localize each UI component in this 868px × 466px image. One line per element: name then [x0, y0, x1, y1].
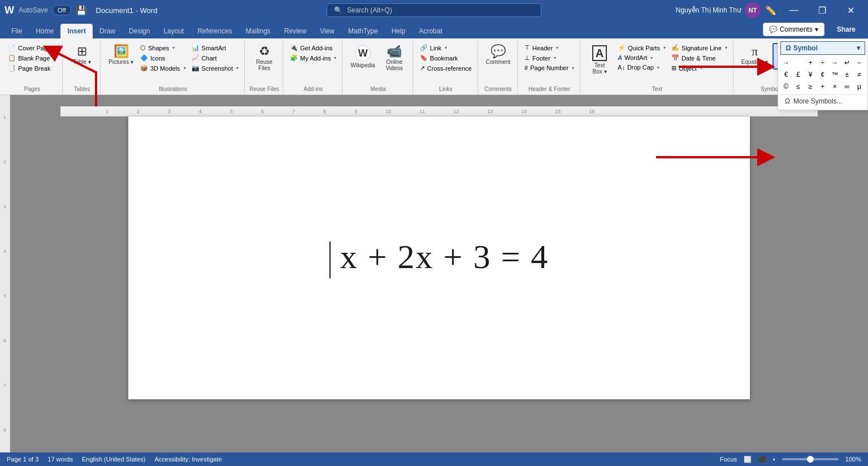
online-videos-button[interactable]: 📹 OnlineVideos: [380, 43, 409, 74]
reuse-files-icon: ♻: [259, 45, 270, 58]
quick-parts-icon: ⚡: [618, 44, 626, 51]
comments-button[interactable]: 💬 Comments ▾: [763, 23, 824, 36]
autosave-toggle[interactable]: Off: [53, 5, 71, 15]
tab-review[interactable]: Review: [277, 24, 313, 38]
share-button[interactable]: Share: [829, 23, 863, 36]
tab-references[interactable]: References: [190, 24, 238, 38]
cross-reference-button[interactable]: ↗ Cross-reference: [418, 63, 474, 73]
zoom-level: 100%: [845, 456, 861, 463]
wikipedia-button[interactable]: W Wikipedia: [347, 43, 378, 71]
focus-label[interactable]: Focus: [720, 456, 737, 463]
tab-layout[interactable]: Layout: [157, 24, 190, 38]
3d-models-dropdown-icon: ▾: [184, 66, 186, 71]
table-button[interactable]: ⊞ Table ▾: [67, 43, 97, 67]
pen-icon[interactable]: ✏️: [765, 5, 776, 16]
tab-mathtype[interactable]: MathType: [341, 24, 385, 38]
symbol-cell-gte[interactable]: ≥: [805, 81, 816, 92]
tab-file[interactable]: File: [5, 24, 29, 38]
view-icon-print[interactable]: ⬜: [744, 456, 752, 463]
tab-design[interactable]: Design: [122, 24, 157, 38]
symbol-cell-mu[interactable]: µ: [853, 81, 865, 92]
symbol-cell-euro[interactable]: €: [780, 69, 792, 80]
tab-view[interactable]: View: [313, 24, 341, 38]
quick-parts-button[interactable]: ⚡ Quick Parts ▾: [615, 43, 668, 53]
page-number-button[interactable]: # Page Number ▾: [522, 63, 576, 72]
chart-button[interactable]: 📈 Chart: [189, 53, 241, 63]
blank-page-button[interactable]: 📋 Blank Page: [6, 53, 59, 63]
symbol-cell-notequal[interactable]: ≠: [853, 69, 865, 80]
symbol-panel-dropdown-icon: ▾: [857, 44, 860, 52]
symbol-cell-return[interactable]: ↵: [841, 57, 853, 68]
tab-mailings[interactable]: Mailings: [239, 24, 277, 38]
icons-button[interactable]: 🔷 Icons: [138, 53, 188, 63]
tab-home[interactable]: Home: [29, 24, 60, 38]
symbol-cell-tm[interactable]: ™: [829, 69, 840, 80]
close-button[interactable]: ✕: [837, 1, 863, 19]
language: English (United States): [82, 456, 146, 463]
page-break-button[interactable]: 📑 Page Break: [6, 63, 59, 73]
tab-draw[interactable]: Draw: [93, 24, 122, 38]
header-icon: ⊤: [524, 44, 530, 51]
symbol-cell-lte[interactable]: ≤: [793, 81, 804, 92]
pages-label: Pages: [24, 85, 40, 94]
drop-cap-icon: A↓: [618, 64, 625, 71]
link-button[interactable]: 🔗 Link ▾: [418, 43, 474, 53]
symbol-cell-cent[interactable]: ¢: [817, 69, 828, 80]
symbol-cell-plus[interactable]: +: [805, 57, 816, 68]
symbol-cell-infinity[interactable]: ∞: [841, 81, 853, 92]
header-button[interactable]: ⊤ Header ▾: [522, 43, 576, 53]
symbol-cell-arrow-right[interactable]: →: [780, 57, 792, 68]
wordart-button[interactable]: A WordArt ▾: [615, 53, 668, 62]
symbol-cell-multiply[interactable]: ×: [829, 81, 840, 92]
signature-line-button[interactable]: ✍ Signature Line ▾: [669, 43, 730, 53]
header-label: Header: [532, 45, 553, 51]
save-icon[interactable]: 💾: [76, 5, 87, 16]
cover-page-button[interactable]: 📄 Cover Page ▾: [6, 43, 59, 53]
smartart-button[interactable]: 📊 SmartArt: [189, 43, 241, 53]
symbol-cell-space[interactable]: [793, 57, 804, 68]
symbol-cell-copyright[interactable]: ©: [780, 81, 792, 92]
symbol-cell-minus[interactable]: −: [853, 57, 865, 68]
document-page[interactable]: x + 2x + 3 = 4: [128, 116, 750, 399]
symbol-cell-divide[interactable]: ÷: [817, 57, 828, 68]
pictures-button[interactable]: 🖼️ Pictures ▾: [105, 43, 137, 67]
comment-button[interactable]: 💬 Comment: [483, 43, 514, 67]
view-icon-web[interactable]: ⬛: [758, 456, 766, 463]
search-box[interactable]: 🔍 Search (Alt+Q): [327, 3, 541, 17]
3d-models-button[interactable]: 📦 3D Models ▾: [138, 63, 188, 73]
shapes-icon: ⬡: [140, 44, 146, 51]
bookmark-label: Bookmark: [430, 55, 458, 62]
tab-insert[interactable]: Insert: [60, 24, 93, 38]
symbol-cell-yen[interactable]: ¥: [805, 69, 816, 80]
my-addins-button[interactable]: 🧩 My Add-ins ▾: [288, 53, 338, 63]
date-time-button[interactable]: 📅 Date & Time: [669, 53, 730, 63]
footer-button[interactable]: ⊥ Footer ▾: [522, 53, 576, 63]
symbol-cell-plus2[interactable]: +: [817, 81, 828, 92]
view-icon-read[interactable]: ▪: [773, 456, 775, 463]
more-symbols-button[interactable]: Ω More Symbols...: [780, 94, 865, 107]
symbol-cell-arrow2[interactable]: →: [829, 57, 840, 68]
tab-acrobat[interactable]: Acrobat: [412, 24, 449, 38]
bookmark-button[interactable]: 🔖 Bookmark: [418, 53, 474, 63]
drop-cap-button[interactable]: A↓ Drop Cap ▾: [615, 63, 668, 72]
textbox-button[interactable]: A TextBox ▾: [585, 43, 614, 77]
screenshot-button[interactable]: 📷 Screenshot ▾: [189, 63, 241, 73]
get-addins-button[interactable]: 🔌 Get Add-ins: [288, 43, 338, 53]
equation-button[interactable]: π Equation ▾: [738, 43, 771, 67]
symbol-cell-pound[interactable]: £: [793, 69, 804, 80]
object-dropdown-icon: ▾: [700, 66, 702, 71]
textbox-dropdown-icon: ▾: [604, 68, 607, 75]
my-addins-dropdown-icon: ▾: [334, 55, 336, 61]
minimize-button[interactable]: —: [781, 1, 807, 19]
window-controls: — ❐ ✕: [781, 1, 863, 19]
tab-help[interactable]: Help: [385, 24, 413, 38]
restore-button[interactable]: ❐: [809, 1, 835, 19]
reuse-files-button[interactable]: ♻ ReuseFiles: [250, 43, 279, 74]
symbol-cell-plusminus[interactable]: ±: [841, 69, 853, 80]
object-button[interactable]: ⊞ Object ▾: [669, 63, 730, 73]
shapes-button[interactable]: ⬡ Shapes ▾: [138, 43, 188, 53]
zoom-slider[interactable]: [782, 458, 839, 460]
cover-page-icon: 📄: [8, 44, 16, 51]
link-dropdown-icon: ▾: [445, 45, 447, 50]
document-scroll-area[interactable]: 12345678910111213141516 x + 2x + 3 = 4: [10, 95, 868, 452]
